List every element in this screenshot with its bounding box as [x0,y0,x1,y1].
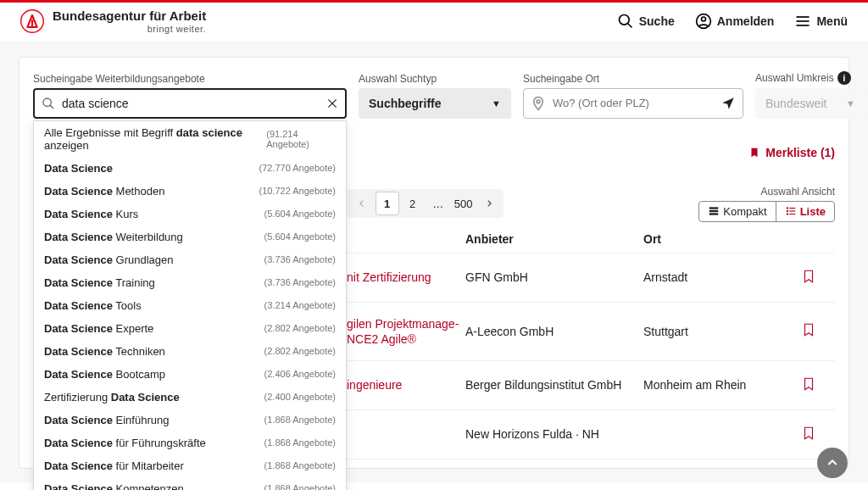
col-place: Ort [643,232,801,246]
location-input[interactable] [546,89,721,118]
svg-point-20 [786,213,787,214]
chevron-down-icon: ▼ [846,98,855,109]
view-list[interactable]: Liste [776,202,834,221]
autocomplete-item[interactable]: Data Science Grundlagen(3.736 Angebote) [34,248,346,271]
bookmark-icon [801,424,816,443]
brand-subtitle: bringt weiter. [53,24,206,34]
view-compact[interactable]: Kompakt [699,202,775,221]
svg-point-1 [619,15,629,25]
searchtype-select[interactable]: Suchbegriffe ▼ [359,88,511,119]
result-provider: A-Leecon GmbH [465,325,643,338]
menu-label: Menü [816,14,848,28]
pager-next[interactable] [477,192,501,215]
brand-title: Bundesagentur für Arbeit [53,9,206,24]
login-label: Anmelden [717,14,775,28]
view-toggle: Kompakt Liste [698,201,835,222]
clear-icon[interactable] [326,97,338,109]
header: Bundesagentur für Arbeit bringt weiter. … [0,3,868,43]
autocomplete-item[interactable]: Data Science für Mitarbeiter(1.868 Angeb… [34,454,346,477]
result-place: Stuttgart [643,325,801,338]
autocomplete-item[interactable]: Data Science Weiterbildung(5.604 Angebot… [34,226,346,248]
autocomplete-item[interactable]: Data Science Einführung(1.868 Angebote) [34,409,346,432]
radius-select: Bundesweit ▼ [755,88,865,119]
autocomplete-dropdown: Alle Ergebnisse mit Begriff data science… [33,120,347,490]
autocomplete-item[interactable]: Data Science Tools(3.214 Angebote) [34,294,346,317]
svg-point-16 [786,207,787,209]
autocomplete-item[interactable]: Data Science Kurs(5.604 Angebote) [34,203,346,226]
svg-point-4 [701,17,705,21]
radius-label: Auswahl Umkreis i [755,71,865,85]
autocomplete-item[interactable]: Data Science Techniken(2.802 Angebote) [34,340,346,363]
info-icon[interactable]: i [837,71,851,85]
pin-icon [531,96,546,111]
radius-group: Auswahl Umkreis i Bundesweit ▼ [755,71,865,119]
pager-last[interactable]: 500 [452,192,476,215]
search-button[interactable]: Suche [617,13,675,30]
locate-icon[interactable] [721,96,736,111]
bookmark-icon [801,320,816,339]
pager-prev [350,192,374,215]
bookmark-button[interactable] [801,320,835,342]
scroll-top-button[interactable] [817,448,848,478]
search-field-label: Sucheingabe Weiterbildungsangebote [33,73,347,85]
searchtype-label: Auswahl Suchtyp [359,73,511,85]
chevron-right-icon [485,199,493,208]
svg-line-2 [627,24,632,28]
autocomplete-item[interactable]: Data Science Methoden(10.722 Angebote) [34,180,346,203]
location-input-wrap [523,88,743,119]
pager-page-1[interactable]: 1 [376,192,399,215]
pager: 1 2 … 500 [348,189,504,218]
bookmark-button[interactable] [801,267,835,288]
bookmark-icon [801,267,816,286]
svg-rect-17 [789,208,795,209]
compact-icon [708,205,720,217]
list-icon [785,205,797,217]
search-icon [617,13,634,30]
location-label: Sucheingabe Ort [523,73,743,85]
svg-rect-15 [709,213,719,214]
result-provider: Berger Bildungsinstitut GmbH [465,378,643,392]
view-label: Auswahl Ansicht [698,186,835,198]
svg-rect-14 [709,210,719,212]
brand-logo-icon [20,9,44,33]
chevron-up-icon [826,456,839,470]
autocomplete-item[interactable]: Data Science Kompetenzen(1.868 Angebote) [34,477,346,490]
menu-button[interactable]: Menü [794,13,848,30]
svg-point-18 [786,210,787,212]
user-icon [695,13,712,30]
brand[interactable]: Bundesagentur für Arbeit bringt weiter. [20,9,206,34]
watchlist-label: Merkliste (1) [765,146,835,159]
radius-value: Bundesweit [765,97,826,110]
col-provider: Anbieter [465,232,643,246]
autocomplete-item[interactable]: Data Science Bootcamp(2.406 Angebote) [34,363,346,386]
result-provider: GFN GmbH [465,270,643,284]
svg-rect-21 [789,214,795,214]
search-field-group: Sucheingabe Weiterbildungsangebote Alle … [33,73,347,119]
autocomplete-item[interactable]: Data Science(72.770 Angebote) [34,157,346,180]
result-provider: New Horizons Fulda · NH [465,427,643,441]
login-button[interactable]: Anmelden [695,13,775,30]
autocomplete-item[interactable]: Data Science Training(3.736 Angebote) [34,271,346,294]
autocomplete-item[interactable]: Data Science Experte(2.802 Angebote) [34,317,346,340]
bookmark-icon [748,147,760,159]
result-place: Arnstadt [643,270,801,284]
chevron-left-icon [358,199,366,208]
search-icon [42,97,55,110]
location-group: Sucheingabe Ort [523,73,743,119]
autocomplete-item[interactable]: Zertifizierung Data Science(2.400 Angebo… [34,386,346,409]
watchlist-link[interactable]: Merkliste (1) [748,146,835,159]
search-input[interactable] [55,90,326,117]
svg-rect-13 [709,207,719,209]
pager-dots: … [426,192,450,215]
bookmark-button[interactable] [801,375,835,396]
autocomplete-item[interactable]: Data Science für Führungskräfte(1.868 An… [34,432,346,454]
bookmark-button[interactable] [801,424,835,445]
bookmark-icon [801,375,816,393]
chevron-down-icon: ▼ [492,98,501,109]
pager-page-2[interactable]: 2 [401,192,425,215]
autocomplete-item[interactable]: Alle Ergebnisse mit Begriff data science… [34,121,346,157]
svg-rect-19 [789,211,795,212]
search-panel: Sucheingabe Weiterbildungsangebote Alle … [19,57,849,469]
searchtype-value: Suchbegriffe [369,97,442,110]
svg-line-9 [50,105,53,109]
